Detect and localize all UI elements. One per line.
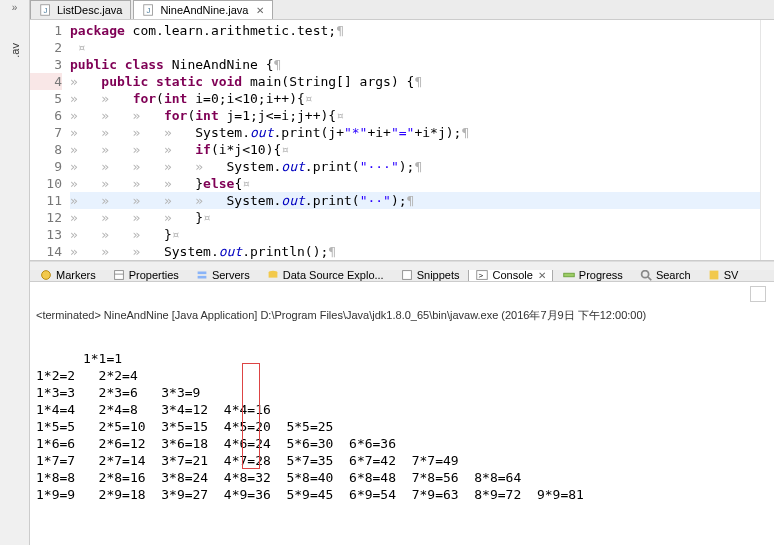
line-number: 11 [30, 192, 62, 209]
dse-icon [266, 270, 280, 283]
line-number: 1 [30, 22, 62, 39]
editor-tab-label: ListDesc.java [57, 4, 122, 16]
console-toolbar [30, 282, 774, 306]
svg-rect-11 [402, 271, 411, 280]
svg-text:J: J [147, 6, 151, 15]
svg-point-4 [42, 271, 51, 280]
expand-arrow-icon[interactable]: » [12, 2, 18, 13]
line-number: 7 [30, 124, 62, 141]
bottom-tab-svn[interactable]: SV [700, 270, 746, 283]
bottom-tab-label: Snippets [417, 270, 460, 282]
java-file-icon: J [39, 3, 53, 17]
editor-tab-nineandnine[interactable]: J NineAndNine.java ✕ [133, 0, 273, 19]
console-output-text: 1*1=1 1*2=2 2*2=4 1*3=3 2*3=6 3*3=9 1*4=… [36, 351, 584, 502]
bottom-tab-markers[interactable]: Markers [32, 270, 103, 283]
line-number: 12 [30, 209, 62, 226]
line-number: 8 [30, 141, 62, 158]
bottom-tab-label: Markers [56, 270, 96, 282]
line-number: 5 [30, 90, 62, 107]
code-line[interactable]: » » » » }else{¤ [70, 175, 760, 192]
svg-rect-5 [114, 271, 123, 280]
line-number: 6 [30, 107, 62, 124]
close-tab-icon[interactable]: ✕ [538, 270, 546, 281]
code-line[interactable]: » » » for(int j=1;j<=i;j++){¤ [70, 107, 760, 124]
console-toolbar-button[interactable] [750, 286, 766, 302]
search-icon [639, 270, 653, 283]
code-line[interactable]: » » » » if(i*j<10){¤ [70, 141, 760, 158]
svg-rect-17 [709, 271, 718, 280]
editor-tab-listdesc[interactable]: J ListDesc.java [30, 0, 131, 19]
props-icon [112, 270, 126, 283]
code-line[interactable]: » » » » System.out.print(j+"*"+i+"="+i*j… [70, 124, 760, 141]
svg-rect-10 [268, 273, 277, 278]
line-number: 4 [30, 73, 62, 90]
bottom-tab-label: Progress [579, 270, 623, 282]
code-line[interactable]: public class NineAndNine {¶ [70, 56, 760, 73]
java-file-icon: J [142, 3, 156, 17]
bottom-tab-label: Search [656, 270, 691, 282]
bottom-tab-progress[interactable]: Progress [555, 270, 630, 283]
svg-text:J: J [43, 6, 47, 15]
svg-line-16 [648, 277, 652, 281]
editor-hscroll[interactable] [30, 261, 774, 270]
code-line[interactable]: » » » System.out.println();¶ [70, 243, 760, 260]
console-icon: > [475, 270, 489, 283]
svn-icon [707, 270, 721, 283]
code-line[interactable]: package com.learn.arithmetic.test;¶ [70, 22, 760, 39]
markers-icon [39, 270, 53, 283]
code-line[interactable]: » » » » }¤ [70, 209, 760, 226]
bottom-tab-search[interactable]: Search [632, 270, 698, 283]
bottom-tab-console[interactable]: >Console✕ [468, 270, 552, 283]
line-number: 10 [30, 175, 62, 192]
editor-tab-bar: J ListDesc.java J NineAndNine.java ✕ [30, 0, 774, 20]
code-editor[interactable]: 1234567891011121314 package com.learn.ar… [30, 20, 774, 261]
code-line[interactable]: » » » » » System.out.print("···");¶ [70, 158, 760, 175]
svg-rect-8 [198, 276, 207, 279]
console-output[interactable]: 1*1=1 1*2=2 2*2=4 1*3=3 2*3=6 3*3=9 1*4=… [30, 325, 774, 545]
progress-icon [562, 270, 576, 283]
code-line[interactable]: ¤ [70, 39, 760, 56]
servers-icon [195, 270, 209, 283]
bottom-view-tabs: MarkersPropertiesServersData Source Expl… [30, 270, 774, 283]
line-number: 13 [30, 226, 62, 243]
snip-icon [400, 270, 414, 283]
bottom-tab-label: Properties [129, 270, 179, 282]
code-line[interactable]: » public static void main(String[] args)… [70, 73, 760, 90]
svg-rect-14 [564, 274, 575, 278]
bottom-tab-servers[interactable]: Servers [188, 270, 257, 283]
code-line[interactable]: » » for(int i=0;i<10;i++){¤ [70, 90, 760, 107]
line-number: 3 [30, 56, 62, 73]
close-tab-icon[interactable]: ✕ [256, 5, 264, 16]
svg-text:>: > [479, 271, 484, 280]
bottom-tab-props[interactable]: Properties [105, 270, 186, 283]
line-number: 14 [30, 243, 62, 260]
line-gutter: 1234567891011121314 [30, 20, 70, 260]
bottom-tab-snip[interactable]: Snippets [393, 270, 467, 283]
bottom-tab-dse[interactable]: Data Source Explo... [259, 270, 391, 283]
code-line[interactable]: » » » » » System.out.print("··");¶ [70, 192, 760, 209]
code-body[interactable]: package com.learn.arithmetic.test;¶ ¤pub… [70, 20, 760, 260]
bottom-tab-label: Data Source Explo... [283, 270, 384, 282]
code-line[interactable]: » » » }¤ [70, 226, 760, 243]
overview-ruler [760, 20, 774, 260]
line-number: 2 [30, 39, 62, 56]
line-number: 9 [30, 158, 62, 175]
left-rail: » .av [0, 0, 30, 545]
left-rail-tab[interactable]: .av [9, 43, 21, 58]
bottom-tab-label: Servers [212, 270, 250, 282]
console-status-line: <terminated> NineAndNine [Java Applicati… [30, 306, 774, 325]
bottom-tab-label: SV [724, 270, 739, 282]
svg-rect-7 [198, 272, 207, 275]
svg-point-15 [642, 271, 649, 278]
bottom-tab-label: Console [492, 270, 532, 282]
editor-tab-label: NineAndNine.java [160, 4, 248, 16]
